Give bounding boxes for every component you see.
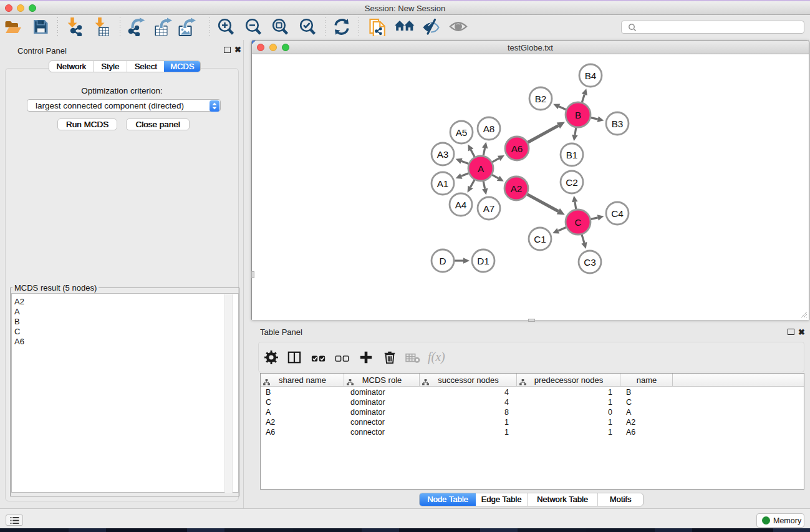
- svg-text:D1: D1: [477, 256, 489, 266]
- svg-text:C1: C1: [534, 234, 546, 244]
- svg-text:C3: C3: [584, 257, 596, 268]
- svg-text:A: A: [478, 163, 485, 174]
- svg-text:A8: A8: [483, 123, 495, 134]
- svg-text:B4: B4: [585, 70, 597, 81]
- svg-text:C2: C2: [566, 177, 578, 188]
- svg-text:A5: A5: [456, 127, 468, 138]
- svg-text:D: D: [439, 256, 446, 266]
- svg-text:B1: B1: [566, 150, 578, 160]
- svg-text:B: B: [575, 110, 581, 120]
- svg-text:B3: B3: [612, 118, 624, 129]
- svg-text:A7: A7: [483, 203, 495, 214]
- svg-text:C4: C4: [611, 208, 624, 219]
- svg-text:C: C: [574, 217, 581, 228]
- svg-text:A2: A2: [511, 183, 523, 194]
- svg-text:A3: A3: [437, 149, 449, 160]
- svg-text:A4: A4: [455, 200, 467, 210]
- svg-text:A6: A6: [511, 143, 523, 154]
- svg-text:A1: A1: [437, 178, 449, 189]
- svg-text:B2: B2: [535, 94, 547, 104]
